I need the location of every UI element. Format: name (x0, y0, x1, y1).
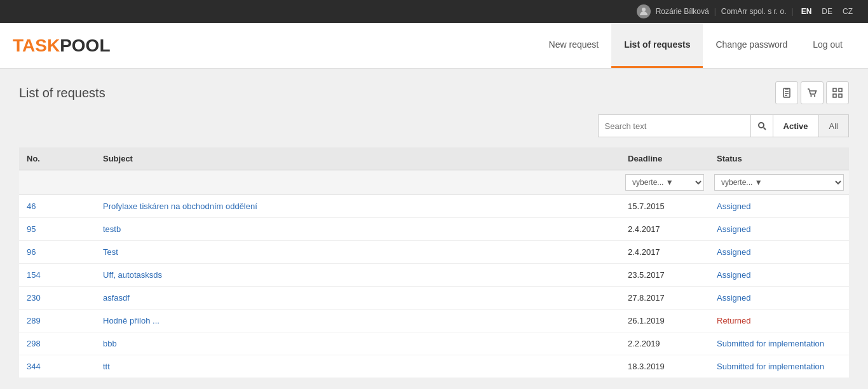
cell-status: Assigned (709, 287, 849, 310)
cell-deadline: 23.5.2017 (620, 264, 709, 287)
cell-subject: Hodně příloh ... (95, 310, 620, 332)
cell-no: 289 (19, 310, 95, 332)
request-no-link[interactable]: 46 (27, 201, 36, 211)
request-subject-link[interactable]: Uff, autotasksds (103, 270, 162, 280)
requests-table: No. Subject Deadline Status vyberte... ▼ (19, 147, 849, 378)
request-no-link[interactable]: 289 (27, 316, 41, 325)
request-no-link[interactable]: 298 (27, 339, 41, 348)
cell-subject: bbb (95, 332, 620, 355)
page-header: List of requests (19, 81, 849, 104)
nav-change-password[interactable]: Change password (703, 23, 800, 68)
toolbar-btn-clipboard[interactable] (775, 81, 798, 104)
cell-deadline: 2.4.2017 (620, 218, 709, 241)
filter-deadline-cell[interactable]: vyberte... ▼ (620, 170, 709, 195)
svg-rect-7 (833, 88, 836, 92)
request-no-link[interactable]: 230 (27, 293, 41, 303)
user-avatar (637, 4, 651, 18)
separator2: | (792, 7, 794, 16)
cell-status: Assigned (709, 218, 849, 241)
cell-no: 344 (19, 355, 95, 378)
cell-status: Assigned (709, 264, 849, 287)
cell-subject: asfasdf (95, 287, 620, 310)
table-row: 344 ttt 18.3.2019 Submitted for implemen… (19, 355, 849, 378)
logo: TASKPOOL (13, 23, 111, 68)
cell-subject: testb (95, 218, 620, 241)
table-row: 154 Uff, autotasksds 23.5.2017 Assigned (19, 264, 849, 287)
filter-subject-cell (95, 170, 620, 195)
cell-subject: Test (95, 241, 620, 264)
request-subject-link[interactable]: Hodně příloh ... (103, 316, 159, 325)
table-row: 46 Profylaxe tiskáren na obchodním odděl… (19, 195, 849, 218)
nav-logout[interactable]: Log out (800, 23, 855, 68)
nav-list-requests[interactable]: List of requests (611, 23, 703, 68)
cell-no: 96 (19, 241, 95, 264)
cell-status: Assigned (709, 195, 849, 218)
request-subject-link[interactable]: ttt (103, 362, 110, 371)
cell-deadline: 26.1.2019 (620, 310, 709, 332)
toolbar-btn-cart[interactable] (801, 81, 824, 104)
request-no-link[interactable]: 95 (27, 224, 36, 234)
col-subject: Subject (95, 147, 620, 170)
nav-bar: TASKPOOL New request List of requests Ch… (0, 23, 868, 69)
table-row: 298 bbb 2.2.2019 Submitted for implement… (19, 332, 849, 355)
page-title: List of requests (19, 86, 105, 100)
lang-de-button[interactable]: DE (819, 6, 835, 17)
cell-deadline: 18.3.2019 (620, 355, 709, 378)
search-button[interactable] (750, 114, 773, 137)
col-status: Status (709, 147, 849, 170)
svg-point-5 (810, 95, 811, 97)
lang-cz-button[interactable]: CZ (840, 6, 855, 17)
filter-status-select[interactable]: vyberte... ▼ (714, 174, 844, 191)
svg-point-6 (814, 95, 815, 97)
filter-active-button[interactable]: Active (773, 114, 819, 137)
request-subject-link[interactable]: asfasdf (103, 293, 130, 303)
lang-en-button[interactable]: EN (799, 6, 815, 17)
request-no-link[interactable]: 96 (27, 247, 36, 257)
nav-new-request[interactable]: New request (536, 23, 612, 68)
request-subject-link[interactable]: bbb (103, 339, 117, 348)
cell-status: Assigned (709, 241, 849, 264)
toolbar-btn-grid[interactable] (826, 81, 849, 104)
nav-links: New request List of requests Change pass… (536, 23, 855, 68)
cell-subject: ttt (95, 355, 620, 378)
search-input[interactable] (598, 114, 750, 137)
svg-rect-10 (839, 94, 842, 97)
table-row: 95 testb 2.4.2017 Assigned (19, 218, 849, 241)
table-row: 96 Test 2.4.2017 Assigned (19, 241, 849, 264)
cell-deadline: 2.4.2017 (620, 241, 709, 264)
request-no-link[interactable]: 154 (27, 270, 41, 280)
svg-rect-9 (833, 94, 836, 97)
filter-all-button[interactable]: All (819, 114, 849, 137)
search-row: Active All (19, 114, 849, 137)
col-no: No. (19, 147, 95, 170)
toolbar-icons (775, 81, 849, 104)
cell-deadline: 15.7.2015 (620, 195, 709, 218)
logo-pool: POOL (60, 36, 110, 56)
request-subject-link[interactable]: Test (103, 247, 118, 257)
cell-no: 154 (19, 264, 95, 287)
cell-status: Returned (709, 310, 849, 332)
svg-point-11 (759, 123, 764, 128)
table-header-row: No. Subject Deadline Status (19, 147, 849, 170)
filter-row: vyberte... ▼ vyberte... ▼ (19, 170, 849, 195)
col-deadline: Deadline (620, 147, 709, 170)
svg-line-12 (763, 128, 766, 130)
cell-no: 95 (19, 218, 95, 241)
cell-deadline: 27.8.2017 (620, 287, 709, 310)
request-subject-link[interactable]: testb (103, 224, 121, 234)
cell-status: Submitted for implementation (709, 332, 849, 355)
filter-deadline-select[interactable]: vyberte... ▼ (625, 174, 704, 191)
svg-rect-8 (839, 88, 842, 92)
requests-table-wrap: No. Subject Deadline Status vyberte... ▼ (19, 147, 849, 378)
request-subject-link[interactable]: Profylaxe tiskáren na obchodním oddělení (103, 201, 257, 211)
main-content: List of requests (0, 69, 868, 389)
logo-task: TASK (13, 36, 60, 56)
svg-rect-1 (783, 88, 790, 97)
cell-no: 46 (19, 195, 95, 218)
cell-subject: Profylaxe tiskáren na obchodním oddělení (95, 195, 620, 218)
cell-no: 298 (19, 332, 95, 355)
filter-status-cell[interactable]: vyberte... ▼ (709, 170, 849, 195)
svg-point-0 (642, 8, 646, 11)
table-row: 289 Hodně příloh ... 26.1.2019 Returned (19, 310, 849, 332)
request-no-link[interactable]: 344 (27, 362, 41, 371)
